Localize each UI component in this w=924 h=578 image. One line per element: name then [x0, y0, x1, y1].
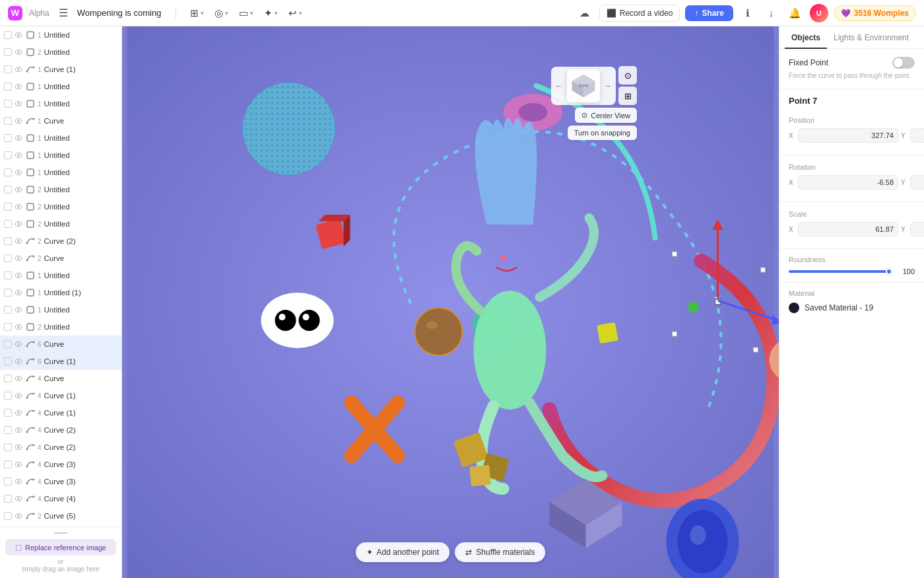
layer-checkbox[interactable]	[4, 203, 12, 211]
layer-item[interactable]: 2 Curve (5) •••	[0, 507, 121, 524]
layer-eye-icon[interactable]	[14, 168, 23, 177]
layer-item[interactable]: 1 Curve •••	[0, 112, 121, 129]
layer-eye-icon[interactable]	[14, 494, 23, 503]
pos-x-input[interactable]	[798, 128, 898, 143]
layer-eye-icon[interactable]	[14, 99, 23, 108]
layer-eye-icon[interactable]	[14, 511, 23, 521]
layer-item[interactable]: 6 Curve (1) •••	[0, 353, 121, 370]
nav-left-arrow[interactable]: ←	[554, 80, 564, 92]
layer-item[interactable]: 2 Untitled •••	[0, 318, 121, 336]
layer-eye-icon[interactable]	[14, 443, 23, 452]
layer-checkbox[interactable]	[4, 443, 12, 451]
layer-item[interactable]: 1 Untitled •••	[0, 129, 121, 147]
layer-item[interactable]: 1 Untitled •••	[0, 26, 121, 44]
layer-item[interactable]: 4 Curve (1) •••	[0, 404, 121, 421]
layer-eye-icon[interactable]	[14, 357, 23, 366]
layer-item[interactable]: 2 Untitled •••	[0, 181, 121, 198]
pos-y-input[interactable]	[910, 128, 924, 143]
fx-tool[interactable]: ✦ ▾	[259, 5, 282, 22]
layer-checkbox[interactable]	[4, 254, 12, 262]
layer-item[interactable]: 4 Curve (1) •••	[0, 387, 121, 404]
layer-item[interactable]: 4 Curve (2) •••	[0, 439, 121, 456]
perspective-icon-btn[interactable]: ⊙	[618, 66, 637, 85]
layer-item[interactable]: 1 Untitled •••	[0, 301, 121, 318]
layer-checkbox[interactable]	[4, 375, 12, 382]
layer-eye-icon[interactable]	[14, 254, 23, 263]
layer-checkbox[interactable]	[4, 100, 12, 108]
scale-x-input[interactable]	[798, 222, 898, 236]
layer-item[interactable]: 1 Curve (1) •••	[0, 61, 121, 78]
rot-y-input[interactable]	[910, 175, 924, 190]
layer-checkbox[interactable]	[4, 237, 12, 245]
tab-objects[interactable]: Objects	[785, 26, 827, 49]
nav-right-arrow[interactable]: →	[603, 80, 613, 92]
center-view-button[interactable]: ⊙ Center View	[575, 108, 637, 123]
tab-lights-environment[interactable]: Lights & Environment	[827, 26, 915, 49]
shuffle-materials-button[interactable]: ⇄ Shuffle materials	[455, 542, 545, 562]
womples-badge[interactable]: 💜 3516 Womples	[834, 5, 916, 21]
layer-eye-icon[interactable]	[14, 65, 23, 74]
layer-item[interactable]: 2 Curve (2) •••	[0, 233, 121, 250]
layer-item[interactable]: 2 Untitled •••	[0, 215, 121, 233]
layer-eye-icon[interactable]	[14, 30, 23, 40]
layer-checkbox[interactable]	[4, 409, 12, 417]
app-logo[interactable]: W	[8, 6, 22, 20]
notifications-button[interactable]: 🔔	[786, 4, 805, 22]
viewport-cube[interactable]: front	[567, 69, 600, 102]
layer-checkbox[interactable]	[4, 512, 12, 520]
layer-item[interactable]: 4 Curve (3) •••	[0, 456, 121, 473]
layer-checkbox[interactable]	[4, 289, 12, 297]
add-point-button[interactable]: ✦ Add another point	[356, 542, 450, 562]
history-tool[interactable]: ↩ ▾	[284, 5, 307, 22]
layer-item[interactable]: 1 Untitled (1) •••	[0, 284, 121, 301]
layer-eye-icon[interactable]	[14, 288, 23, 297]
layer-checkbox[interactable]	[4, 48, 12, 56]
layer-checkbox[interactable]	[4, 340, 12, 348]
layer-eye-icon[interactable]	[14, 116, 23, 126]
layer-eye-icon[interactable]	[14, 271, 23, 280]
layer-checkbox[interactable]	[4, 65, 12, 73]
layer-eye-icon[interactable]	[14, 408, 23, 417]
layer-eye-icon[interactable]	[14, 477, 23, 486]
layer-checkbox[interactable]	[4, 460, 12, 468]
target-tool[interactable]: ◎ ▾	[210, 5, 233, 22]
layer-eye-icon[interactable]	[14, 202, 23, 211]
material-item[interactable]: Saved Material - 19	[789, 303, 915, 313]
layer-item[interactable]: 1 Untitled •••	[0, 95, 121, 112]
layer-item[interactable]: 4 Curve (4) •••	[0, 490, 121, 507]
layer-item[interactable]: 6 Curve •••	[0, 336, 121, 353]
layer-eye-icon[interactable]	[14, 219, 23, 229]
layer-item[interactable]: 4 Curve (3) •••	[0, 473, 121, 490]
layer-item[interactable]: 1 Untitled •••	[0, 147, 121, 164]
layer-eye-icon[interactable]	[14, 48, 23, 57]
info-button[interactable]: ℹ	[739, 4, 757, 22]
layer-eye-icon[interactable]	[14, 185, 23, 194]
layer-item[interactable]: 4 Curve •••	[0, 370, 121, 387]
replace-reference-button[interactable]: ⬚ Replace reference image	[5, 539, 116, 556]
roundness-slider-track[interactable]	[789, 270, 888, 273]
layer-checkbox[interactable]	[4, 220, 12, 228]
layer-eye-icon[interactable]	[14, 82, 23, 91]
layer-checkbox[interactable]	[4, 426, 12, 434]
layer-item[interactable]: 4 Curve (2) •••	[0, 421, 121, 439]
shape-tool[interactable]: ▭ ▾	[234, 5, 258, 22]
layer-checkbox[interactable]	[4, 478, 12, 486]
canvas-area[interactable]: ← front → ⊙ ⊞	[122, 26, 779, 578]
layer-item[interactable]: 1 Untitled •••	[0, 267, 121, 284]
fixed-point-toggle[interactable]	[892, 57, 915, 69]
layer-checkbox[interactable]	[4, 186, 12, 194]
layer-checkbox[interactable]	[4, 31, 12, 39]
record-button[interactable]: ⬛ Record a video	[599, 5, 680, 22]
snapping-button[interactable]: Turn on snapping	[568, 126, 637, 140]
layer-eye-icon[interactable]	[14, 151, 23, 160]
layer-item[interactable]: 1 Untitled •••	[0, 78, 121, 95]
layer-checkbox[interactable]	[4, 271, 12, 279]
download-button[interactable]: ↓	[762, 4, 781, 22]
scale-y-input[interactable]	[910, 222, 924, 236]
layer-checkbox[interactable]	[4, 134, 12, 142]
layer-eye-icon[interactable]	[14, 374, 23, 383]
layer-checkbox[interactable]	[4, 392, 12, 400]
layer-checkbox[interactable]	[4, 323, 12, 331]
layer-eye-icon[interactable]	[14, 322, 23, 332]
user-avatar[interactable]: U	[810, 4, 828, 22]
